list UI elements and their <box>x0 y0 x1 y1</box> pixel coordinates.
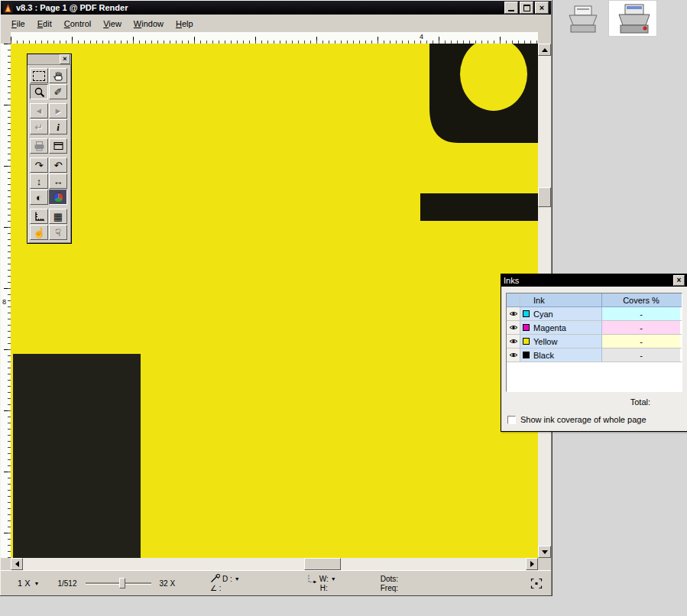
covers-column-header[interactable]: Covers % <box>602 293 680 306</box>
ink-name[interactable]: Magenta <box>532 321 602 334</box>
ink-covers[interactable]: - <box>602 307 680 320</box>
rotate-cw-icon: ↷ <box>35 160 44 170</box>
fit-icon <box>530 578 543 589</box>
inks-close-button[interactable]: × <box>673 275 685 286</box>
vertical-scroll-thumb[interactable] <box>538 187 551 207</box>
tool-grid[interactable]: ▦ <box>49 209 67 224</box>
press-icon[interactable] <box>616 3 653 37</box>
titlebar[interactable]: v8.3 : Page 1 @ PDF Render × <box>1 1 551 15</box>
tool-info[interactable]: i <box>49 119 67 135</box>
scroll-up-button[interactable] <box>538 44 551 56</box>
toolbox-close-button[interactable]: × <box>60 54 70 64</box>
ink-row-magenta[interactable]: Magenta - <box>507 321 682 335</box>
tool-rotate-clockwise[interactable]: ↷ <box>30 157 48 173</box>
menu-control[interactable]: Control <box>58 17 97 31</box>
slider-thumb[interactable] <box>119 578 125 588</box>
magnifier-icon <box>34 86 45 98</box>
tool-marquee-select[interactable] <box>30 68 48 83</box>
dimension-icon <box>307 574 317 583</box>
arrow-up-icon <box>542 48 548 52</box>
printer-icon[interactable] <box>565 4 601 36</box>
zoom-max-label: 32 X <box>159 579 175 588</box>
ink-name[interactable]: Cyan <box>532 307 602 320</box>
visibility-toggle[interactable] <box>507 349 520 361</box>
horizontal-scrollbar[interactable] <box>11 558 538 570</box>
ruler-gap-bottom <box>1 558 11 570</box>
marquee-icon <box>33 71 45 81</box>
inks-titlebar[interactable]: Inks × <box>501 274 687 287</box>
scroll-right-button[interactable] <box>526 558 538 570</box>
close-button[interactable]: × <box>535 2 549 14</box>
restore-icon <box>523 5 530 11</box>
tool-rotate-counterclockwise[interactable]: ↶ <box>49 157 67 173</box>
visibility-toggle[interactable] <box>507 335 520 348</box>
menu-edit[interactable]: Edit <box>31 17 58 31</box>
ink-covers[interactable]: - <box>602 321 680 334</box>
zoom-select[interactable]: 1 X ▼ <box>18 579 39 588</box>
dropdown-icon[interactable]: ▼ <box>331 576 336 582</box>
ink-swatch <box>523 310 530 317</box>
menu-view[interactable]: View <box>97 17 128 31</box>
visibility-toggle[interactable] <box>507 321 520 334</box>
toolbox-titlebar[interactable]: × <box>28 54 71 65</box>
tool-previous-view: ◄ <box>30 103 48 118</box>
dropdown-icon[interactable]: ▼ <box>235 576 240 582</box>
eye-icon <box>509 310 518 317</box>
menu-window[interactable]: Window <box>128 17 170 31</box>
tool-pan-hand[interactable] <box>49 68 67 83</box>
tool-invert[interactable]: ◐ <box>30 190 48 205</box>
ink-row-black[interactable]: Black - <box>507 349 682 362</box>
menu-file[interactable]: File <box>5 17 31 31</box>
coverage-checkbox[interactable] <box>507 416 516 424</box>
page-art-letterform <box>416 44 538 143</box>
toolbox-palette[interactable]: × <box>27 53 72 244</box>
minimize-button[interactable] <box>504 2 518 14</box>
page-canvas[interactable] <box>11 44 538 558</box>
coverage-checkbox-row[interactable]: Show ink coverage of whole page <box>507 415 646 424</box>
info-icon: i <box>57 122 60 132</box>
ruler-number-h: 4 <box>420 33 423 41</box>
ink-name[interactable]: Yellow <box>532 335 602 348</box>
tool-reject[interactable]: ☟ <box>49 225 67 240</box>
restore-button[interactable] <box>520 2 533 14</box>
screen-readout: Dots: Freq: <box>381 575 398 592</box>
tool-approve[interactable]: ☝ <box>30 225 48 240</box>
close-icon: × <box>63 56 66 63</box>
horizontal-scroll-thumb[interactable] <box>304 558 341 570</box>
tool-flip-vertical[interactable]: ↕ <box>30 173 48 189</box>
arrow-right-icon <box>530 561 534 567</box>
thumb-down-icon: ☟ <box>55 228 61 238</box>
coverage-checkbox-label: Show ink coverage of whole page <box>520 415 646 424</box>
ink-covers[interactable]: - <box>602 335 680 348</box>
visibility-toggle[interactable] <box>507 307 520 320</box>
inks-palette[interactable]: Inks × Ink Covers % Cyan - <box>501 274 687 432</box>
dropdown-icon[interactable]: ▼ <box>34 581 40 586</box>
ink-name[interactable]: Black <box>532 349 602 361</box>
scroll-left-button[interactable] <box>11 558 23 570</box>
height-label: H: <box>320 584 328 592</box>
fit-window-button[interactable] <box>530 577 543 589</box>
arrow-left-icon <box>15 561 19 567</box>
page-art-block <box>13 354 141 558</box>
color-wheel-icon <box>53 192 64 203</box>
ink-row-cyan[interactable]: Cyan - <box>507 307 682 321</box>
page-art-bar <box>420 193 538 221</box>
tool-corner-measure[interactable] <box>30 209 48 224</box>
scroll-down-button[interactable] <box>538 546 551 558</box>
tool-color-setup[interactable] <box>49 190 67 205</box>
tool-measure-pencil[interactable]: ✐ <box>49 84 67 99</box>
inks-header-row: Ink Covers % <box>507 293 682 307</box>
ink-swatch <box>523 338 530 345</box>
tool-window-view[interactable] <box>49 138 67 154</box>
tool-flip-horizontal[interactable]: ↔ <box>49 173 67 189</box>
tool-next-view: ► <box>49 103 67 118</box>
ink-row-yellow[interactable]: Yellow - <box>507 335 682 349</box>
menu-help[interactable]: Help <box>170 17 199 31</box>
ink-covers[interactable]: - <box>602 349 680 361</box>
rotate-ccw-icon: ↶ <box>54 160 63 170</box>
zoom-slider[interactable] <box>86 578 151 588</box>
angle-label: ∠ : <box>210 584 222 592</box>
close-icon: × <box>540 4 544 12</box>
tool-zoom[interactable] <box>30 84 48 99</box>
ink-column-header[interactable]: Ink <box>532 293 602 306</box>
